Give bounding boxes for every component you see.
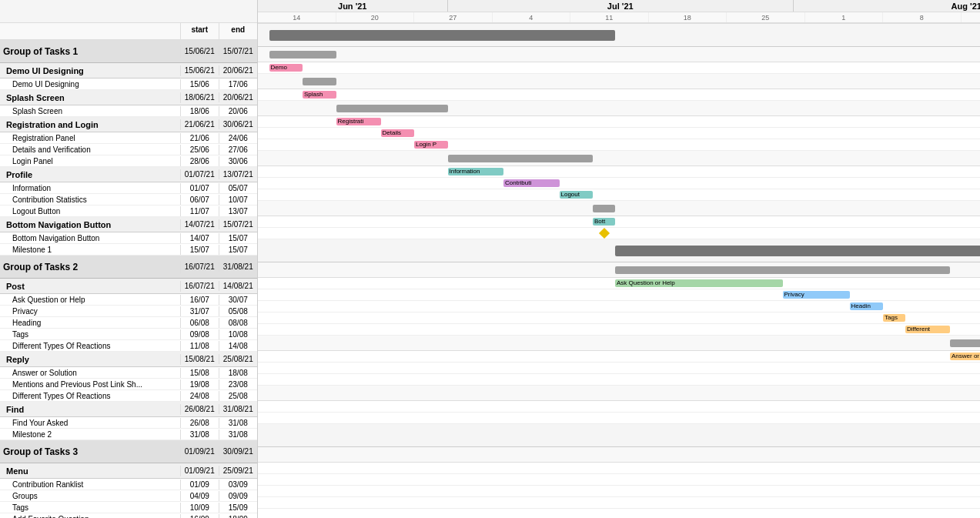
task-name: Details and Verification <box>0 145 181 155</box>
app-header <box>0 0 257 23</box>
gantt-row: Contrib <box>258 463 980 474</box>
task-name: Answer or Solution <box>0 368 181 378</box>
task-end: 09/09 <box>219 491 258 501</box>
task-start: 16/07 <box>181 295 219 305</box>
task-start: 28/06 <box>181 156 219 166</box>
task-name: Contribution Ranklist <box>0 480 181 490</box>
task-start: 31/07 <box>181 306 219 316</box>
gantt-row <box>258 336 980 351</box>
task-end: 15/09 <box>219 503 258 513</box>
task-name: Milestone 1 <box>0 245 181 255</box>
gantt-bar-task: Privacy <box>783 291 850 299</box>
gantt-row: Different <box>258 324 980 336</box>
task-end: 31/08 <box>219 418 258 428</box>
gantt-bar-task: Tags <box>883 314 905 322</box>
task-name: Post <box>0 281 181 292</box>
gantt-bar-subgroup <box>615 266 950 274</box>
task-end: 20/06/21 <box>219 92 258 102</box>
task-row: Mentions and Previous Post Link Sh...19/… <box>0 379 257 390</box>
task-row: Login Panel28/0630/06 <box>0 155 257 167</box>
gantt-row: Groups <box>258 474 980 486</box>
task-name: Different Types Of Reactions <box>0 341 181 351</box>
task-name: Different Types Of Reactions <box>0 391 181 401</box>
task-name: Menu <box>0 466 181 476</box>
gantt-bar-task: Information <box>448 168 504 175</box>
task-start: 10/09 <box>181 503 219 513</box>
task-end: 18/08 <box>219 368 258 378</box>
task-name: Find <box>0 404 181 415</box>
gantt-bar-group <box>269 30 616 41</box>
task-start: 15/06 <box>181 79 219 89</box>
gantt-header: Jun '21Jul '21Aug '21Sep '21 14202741118… <box>258 0 980 24</box>
task-start: 01/07 <box>181 183 219 193</box>
task-end: 27/06 <box>219 145 258 155</box>
task-end: 17/06 <box>219 79 258 89</box>
gantt-row: Bott <box>258 216 980 228</box>
day-cell: 20 <box>336 12 415 22</box>
gantt-bar-subgroup <box>593 205 615 212</box>
task-row: Post16/07/2114/08/21 <box>0 279 257 294</box>
task-row: Details and Verification25/0627/06 <box>0 144 257 155</box>
task-row: Group of Tasks 115/06/2115/07/21 <box>0 40 257 63</box>
task-row: Groups04/0909/09 <box>0 490 257 502</box>
task-row: Bottom Navigation Button14/07/2115/07/21 <box>0 217 257 232</box>
gantt-row: Mentions an <box>258 363 980 374</box>
task-name: Bottom Navigation Button <box>0 233 181 243</box>
day-cell: 11 <box>570 12 649 22</box>
task-end: 15/07 <box>219 245 258 255</box>
task-row: Different Types Of Reactions11/0814/08 <box>0 340 257 352</box>
task-start: 19/08 <box>181 379 219 389</box>
task-name: Registration and Login <box>0 119 181 130</box>
gantt-row: Contributi <box>258 178 980 189</box>
gantt-bar-subgroup <box>950 339 980 347</box>
task-start: 01/07/21 <box>181 169 219 179</box>
task-end: 20/06 <box>219 106 258 116</box>
task-row: Find Your Asked26/0831/08 <box>0 417 257 429</box>
gantt-bar-task: Contributi <box>503 179 560 187</box>
task-end: 08/08 <box>219 318 258 328</box>
task-start: 18/06/21 <box>181 92 219 102</box>
left-panel: start end Group of Tasks 115/06/2115/07/… <box>0 0 258 518</box>
task-end: 05/08 <box>219 306 258 316</box>
gantt-bar-task: Headin <box>850 302 884 310</box>
gantt-row: Ask Question or Help <box>258 278 980 289</box>
task-start: 26/08 <box>181 418 219 428</box>
task-name: Login Panel <box>0 156 181 166</box>
task-end: 30/07 <box>219 295 258 305</box>
task-row: Privacy31/0705/08 <box>0 306 257 317</box>
gantt-row <box>258 228 980 239</box>
right-panel[interactable]: Jun '21Jul '21Aug '21Sep '21 14202741118… <box>258 0 980 518</box>
task-start: 15/08 <box>181 368 219 378</box>
task-start: 15/08/21 <box>181 354 219 364</box>
gantt-row <box>258 262 980 278</box>
task-end: 18/09 <box>219 514 258 519</box>
task-row: Demo UI Designing15/0617/06 <box>0 79 257 90</box>
task-row: Reply15/08/2125/08/21 <box>0 352 257 367</box>
col-headers: start end <box>0 23 257 40</box>
task-name: Groups <box>0 491 181 501</box>
gantt-row <box>258 447 980 463</box>
task-start: 26/08/21 <box>181 404 219 414</box>
app-container: start end Group of Tasks 115/06/2115/07/… <box>0 0 980 518</box>
task-end: 25/09/21 <box>219 466 258 476</box>
task-row: Contribution Statistics06/0710/07 <box>0 194 257 206</box>
day-cell: 4 <box>493 12 571 22</box>
day-cell: 1 <box>805 12 884 22</box>
task-end: 15/07/21 <box>219 46 258 56</box>
task-name: Reply <box>0 354 181 365</box>
task-end: 31/08 <box>219 429 258 439</box>
gantt-bar-task: Ask Question or Help <box>615 279 783 287</box>
task-start: 11/08 <box>181 341 219 351</box>
task-row: Group of Tasks 216/07/2131/08/21 <box>0 256 257 279</box>
task-name: Contribution Statistics <box>0 195 181 205</box>
task-row: Demo UI Designing15/06/2120/06/21 <box>0 63 257 79</box>
task-name: Logout Button <box>0 206 181 216</box>
task-start: 01/09/21 <box>181 446 219 456</box>
task-name: Information <box>0 183 181 193</box>
gantt-row <box>258 151 980 166</box>
task-start: 15/06/21 <box>181 46 219 56</box>
task-row: Information01/0705/07 <box>0 182 257 194</box>
task-end: 15/07/21 <box>219 219 258 229</box>
task-name: Group of Tasks 3 <box>0 446 181 458</box>
task-end: 14/08 <box>219 341 258 351</box>
